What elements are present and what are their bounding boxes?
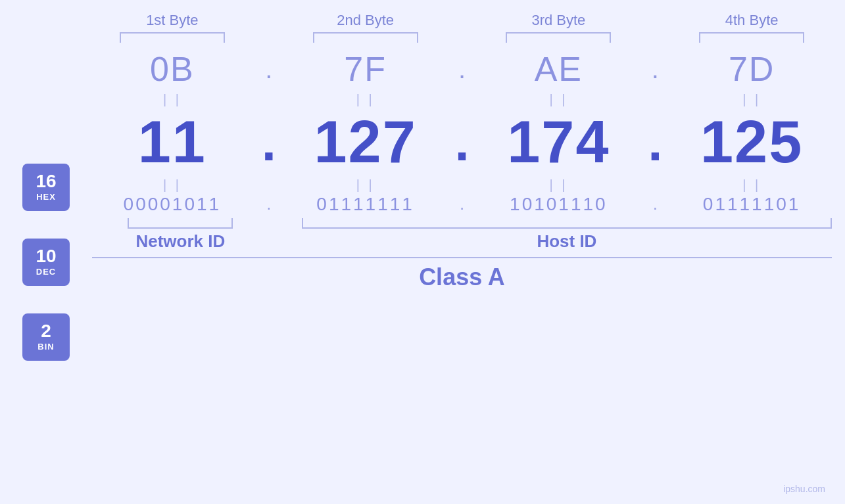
network-id-label-col: Network ID <box>92 231 269 252</box>
host-bracket-col <box>302 218 832 229</box>
dec-badge-num: 10 <box>36 247 56 265</box>
dec-val-3: 174 <box>507 108 610 176</box>
class-divider: Class A <box>92 257 832 291</box>
hex-val-4: 7D <box>729 49 775 89</box>
eq-1-2: | | <box>356 92 375 107</box>
dec-val-4: 125 <box>700 108 803 176</box>
top-bracket-2 <box>285 32 446 43</box>
dec-row: 11 . 127 . 174 . 125 <box>92 108 845 176</box>
byte-header-label-1: 1st Byte <box>146 12 198 29</box>
hex-badge-num: 16 <box>36 172 56 191</box>
class-section: Class A <box>92 257 845 291</box>
watermark: ipshu.com <box>783 484 825 494</box>
hex-val-3: AE <box>535 49 583 89</box>
eq-2-3: | | <box>549 177 567 193</box>
page-root: 16 HEX 10 DEC 2 BIN 1st Byte 2nd Byte 3r… <box>0 0 845 504</box>
bin-badge-num: 2 <box>41 322 51 340</box>
equals-row-2: | | | | | | | | <box>92 177 845 193</box>
network-id-label: Network ID <box>135 231 225 252</box>
dot-hex-1: . <box>265 55 272 84</box>
hex-val-1: 0B <box>150 49 195 89</box>
dot-bin-2: . <box>460 195 464 214</box>
hex-val-2: 7F <box>344 49 387 89</box>
hex-badge: 16 HEX <box>22 164 70 211</box>
dec-val-1: 11 <box>138 108 206 176</box>
hex-row: 0B . 7F . AE . 7D <box>92 49 845 89</box>
top-brackets-row <box>92 32 845 43</box>
bracket-top-3 <box>506 32 611 43</box>
main-content: 1st Byte 2nd Byte 3rd Byte 4th Byte <box>92 0 845 504</box>
badges-column: 16 HEX 10 DEC 2 BIN <box>0 0 92 504</box>
eq-2-2: | | <box>356 177 375 193</box>
byte-header-2: 2nd Byte <box>285 12 446 29</box>
network-bracket-col <box>92 218 269 229</box>
hex-badge-label: HEX <box>36 192 56 202</box>
bracket-top-1 <box>120 32 225 43</box>
top-bracket-3 <box>479 32 639 43</box>
top-bracket-4 <box>671 32 832 43</box>
eq-2-1: | | <box>163 177 181 193</box>
eq-1-1: | | <box>163 92 181 107</box>
equals-row-1: | | | | | | | | <box>92 92 845 107</box>
host-id-label: Host ID <box>537 231 596 252</box>
eq-1-3: | | <box>549 92 567 107</box>
dot-dec-1: . <box>262 112 276 173</box>
bottom-brackets-row <box>92 218 845 229</box>
dot-hex-2: . <box>458 55 466 84</box>
eq-2-4: | | <box>742 177 761 193</box>
byte-header-label-4: 4th Byte <box>725 12 779 29</box>
bin-val-2: 01111111 <box>316 194 414 215</box>
byte-header-label-3: 3rd Byte <box>531 12 585 29</box>
bin-badge: 2 BIN <box>22 313 70 361</box>
byte-headers-row: 1st Byte 2nd Byte 3rd Byte 4th Byte <box>92 7 845 29</box>
bin-val-3: 10101110 <box>510 194 608 215</box>
byte-header-3: 3rd Byte <box>479 12 639 29</box>
bracket-top-4 <box>699 32 804 43</box>
host-id-label-col: Host ID <box>302 231 832 252</box>
bracket-bottom-host <box>302 218 832 229</box>
byte-header-4: 4th Byte <box>671 12 832 29</box>
byte-header-1: 1st Byte <box>92 12 253 29</box>
bracket-bottom-network <box>128 218 233 229</box>
dec-badge-label: DEC <box>36 267 56 277</box>
dot-bin-3: . <box>653 195 658 214</box>
bin-row: 00001011 . 01111111 . 10101110 . 0111110… <box>92 194 845 215</box>
class-label: Class A <box>419 263 505 290</box>
bin-val-1: 00001011 <box>124 194 222 215</box>
dot-bin-1: . <box>266 195 271 214</box>
dec-badge: 10 DEC <box>22 239 70 286</box>
top-bracket-1 <box>92 32 253 43</box>
id-labels-row: Network ID Host ID <box>92 231 845 252</box>
byte-header-label-2: 2nd Byte <box>337 12 394 29</box>
dot-dec-2: . <box>454 112 469 173</box>
dot-hex-3: . <box>652 55 659 84</box>
eq-1-4: | | <box>742 92 761 107</box>
bin-badge-label: BIN <box>37 342 54 352</box>
dot-dec-3: . <box>648 112 662 173</box>
bin-val-4: 01111101 <box>703 194 801 215</box>
bracket-top-2 <box>313 32 418 43</box>
dec-val-2: 127 <box>314 108 417 176</box>
